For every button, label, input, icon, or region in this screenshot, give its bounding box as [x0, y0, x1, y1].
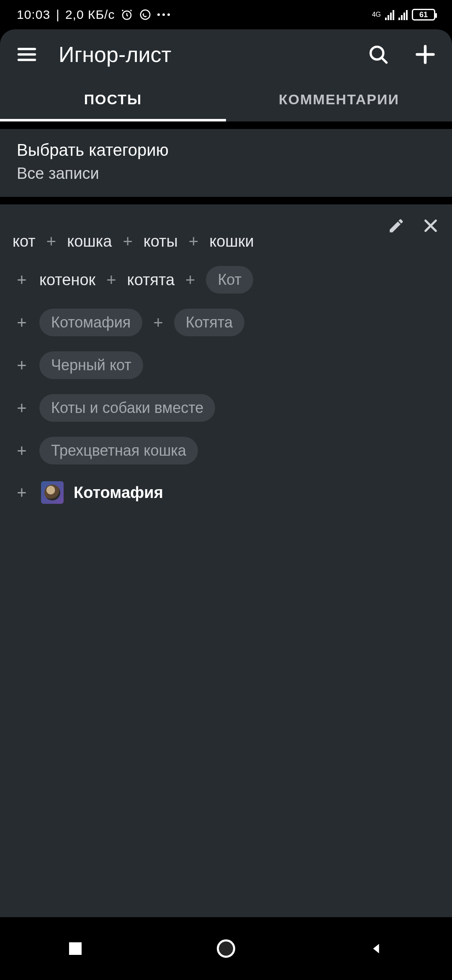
svg-point-1 — [141, 10, 150, 20]
divider — [0, 121, 452, 129]
community-row[interactable]: + Котомафия — [13, 481, 439, 504]
status-bar: 10:03 | 2,0 КБ/с 4G 61 — [0, 0, 452, 29]
tag-chip[interactable]: Коты и собаки вместе — [39, 394, 215, 422]
category-value: Все записи — [17, 165, 435, 183]
divider — [0, 197, 452, 204]
tag-row: кот + кошка + коты + кошки — [13, 232, 439, 251]
community-name: Котомафия — [74, 484, 163, 502]
plus-icon: + — [183, 271, 198, 289]
device-screen: 10:03 | 2,0 КБ/с 4G 61 Игнор-лист — [0, 0, 452, 980]
tag-row: + Трехцветная кошка — [13, 437, 439, 464]
tag[interactable]: коты — [144, 232, 178, 250]
tag[interactable]: кошка — [67, 232, 112, 250]
plus-icon: + — [186, 232, 201, 251]
category-selector[interactable]: Выбрать категорию Все записи — [0, 129, 452, 197]
plus-icon: + — [104, 271, 118, 289]
nav-home-button[interactable] — [213, 936, 239, 961]
plus-icon: + — [13, 441, 31, 460]
tag[interactable]: кошки — [209, 232, 254, 250]
tab-posts[interactable]: ПОСТЫ — [0, 80, 226, 121]
alarm-icon — [121, 8, 133, 21]
app-surface: Игнор-лист ПОСТЫ КОММЕНТАРИИ Выбрать кат… — [0, 29, 452, 917]
tag[interactable]: кот — [13, 232, 36, 250]
menu-button[interactable] — [12, 39, 42, 70]
edit-rule-button[interactable] — [388, 217, 405, 236]
plus-icon: + — [44, 232, 59, 251]
whatsapp-icon — [139, 8, 152, 21]
status-right: 4G 61 — [372, 9, 435, 21]
tag[interactable]: котята — [127, 271, 175, 289]
battery-icon: 61 — [412, 9, 435, 21]
toolbar: Игнор-лист — [0, 29, 452, 80]
plus-icon: + — [13, 271, 31, 289]
tag-row: + Коты и собаки вместе — [13, 394, 439, 422]
status-time: 10:03 — [17, 8, 50, 22]
signal-icon-2 — [398, 9, 408, 20]
tag-row: + Черный кот — [13, 351, 439, 379]
community-avatar — [41, 481, 64, 504]
tag-chip[interactable]: Трехцветная кошка — [39, 437, 198, 464]
tag-chip[interactable]: Кот — [206, 266, 253, 294]
plus-icon: + — [13, 483, 31, 502]
status-left: 10:03 | 2,0 КБ/с — [17, 8, 170, 22]
plus-icon: + — [120, 232, 135, 251]
tag-chip[interactable]: Котомафия — [39, 309, 142, 336]
nav-recent-button[interactable] — [63, 936, 88, 961]
plus-icon: + — [13, 313, 31, 332]
signal-icon-1 — [385, 9, 394, 20]
rule-actions — [388, 217, 439, 236]
plus-icon: + — [151, 313, 165, 332]
plus-icon: + — [13, 356, 31, 375]
tag-chip[interactable]: Котята — [174, 309, 244, 336]
add-button[interactable] — [410, 39, 440, 70]
page-title: Игнор-лист — [59, 42, 347, 67]
network-label: 4G — [372, 12, 381, 18]
more-notifications-icon — [157, 13, 170, 16]
tag[interactable]: котенок — [39, 271, 95, 289]
category-label: Выбрать категорию — [17, 141, 435, 160]
plus-icon: + — [13, 399, 31, 418]
tag-row: + Котомафия + Котята — [13, 309, 439, 336]
system-navbar — [0, 917, 452, 980]
search-button[interactable] — [363, 39, 393, 70]
nav-back-button[interactable] — [364, 936, 389, 961]
ignore-rule-card: кот + кошка + коты + кошки + котенок + к… — [0, 204, 452, 516]
tag-chip[interactable]: Черный кот — [39, 351, 143, 379]
tab-comments[interactable]: КОММЕНТАРИИ — [226, 80, 452, 121]
status-speed: 2,0 КБ/с — [65, 8, 115, 22]
tag-row: + котенок + котята + Кот — [13, 266, 439, 294]
delete-rule-button[interactable] — [422, 217, 439, 236]
tabs: ПОСТЫ КОММЕНТАРИИ — [0, 80, 452, 121]
svg-line-6 — [382, 58, 387, 63]
